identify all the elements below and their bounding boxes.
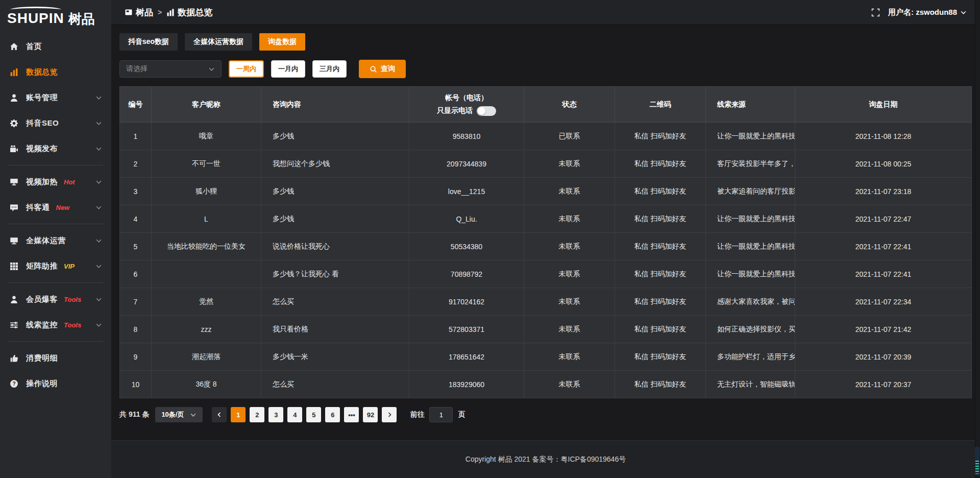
cell-nickname: 觉然 (152, 288, 261, 316)
cell-source-link[interactable]: 让你一眼就爱上的黑科技，能... (706, 123, 795, 150)
query-button[interactable]: 查询 (359, 60, 406, 78)
page-button-1[interactable]: 1 (231, 407, 246, 422)
tab-0[interactable]: 抖音seo数据 (119, 33, 178, 51)
sidebar-item-6[interactable]: 抖客通New (0, 195, 111, 220)
col-header-content: 咨询内容 (261, 87, 409, 123)
cell-qrcode-link[interactable]: 私信 扫码加好友 (615, 123, 706, 150)
cell-qrcode-link[interactable]: 私信 扫码加好友 (615, 260, 706, 288)
arrow-left-icon (216, 412, 223, 418)
cell-qrcode-link[interactable]: 私信 扫码加好友 (615, 316, 706, 343)
sidebar-item-8[interactable]: 矩阵助推VIP (0, 253, 111, 279)
page: SHUPIN 树品 首页数据总览账号管理抖音SEO视频发布视频加热Hot抖客通N… (0, 0, 980, 478)
page-size-select[interactable]: 10条/页 (155, 407, 203, 422)
cell-date: 2021-11-07 23:18 (795, 178, 972, 205)
fullscreen-icon[interactable] (871, 8, 880, 17)
page-button-4[interactable]: 4 (287, 407, 302, 422)
cell-qrcode-link[interactable]: 私信 扫码加好友 (615, 343, 706, 371)
chat-icon (9, 203, 19, 212)
cell-account: 9583810 (409, 123, 524, 150)
page-button-2[interactable]: 2 (250, 407, 264, 422)
cell-date: 2021-11-07 22:47 (795, 205, 972, 233)
sidebar-item-1[interactable]: 数据总览 (0, 59, 111, 85)
cell-source-link[interactable]: 感谢大家喜欢我家，被问了好... (706, 288, 795, 316)
cell-account: 183929060 (409, 371, 524, 398)
status-badge: Tools (64, 296, 81, 303)
breadcrumb-item-current[interactable]: 数据总览 (166, 7, 212, 18)
sidebar-item-11[interactable]: 消费明细 (0, 345, 111, 371)
page-button-3[interactable]: 3 (268, 407, 283, 422)
period-button-2[interactable]: 三月内 (312, 60, 347, 78)
table-row: 5当地比较能吃的一位美女说说价格让我死心50534380未联系私信 扫码加好友让… (120, 233, 972, 260)
cell-source-link[interactable]: 无主灯设计，智能磁吸轨道灯... (706, 371, 795, 398)
cell-content: 多少钱一米 (261, 343, 409, 371)
cell-source-link[interactable]: 让你一眼就爱上的黑科技，能... (706, 233, 795, 260)
goto-page: 前往 页 (410, 407, 465, 422)
username-dropdown[interactable]: 用户名: zswodun88 (888, 8, 967, 17)
sidebar-nav: 首页数据总览账号管理抖音SEO视频发布视频加热Hot抖客通New全媒体运营矩阵助… (0, 30, 111, 478)
tab-1[interactable]: 全媒体运营数据 (185, 33, 252, 51)
cell-date: 2021-11-08 12:28 (795, 123, 972, 150)
page-button-92[interactable]: 92 (363, 407, 378, 422)
breadcrumb-item-home[interactable]: 树品 (125, 7, 153, 18)
page-button-6[interactable]: 6 (325, 407, 340, 422)
sidebar-item-2[interactable]: 账号管理 (0, 85, 111, 110)
tab-2[interactable]: 询盘数据 (259, 33, 305, 51)
user-icon (9, 93, 19, 103)
pagination: 共 911 条 10条/页 123456•••92 前往 页 (119, 407, 972, 422)
sliders-icon (9, 320, 19, 330)
col-header-id: 编号 (120, 87, 152, 123)
cell-qrcode-link[interactable]: 私信 扫码加好友 (615, 288, 706, 316)
cell-source-link[interactable]: 多功能护栏灯，适用于乡村文... (706, 343, 795, 371)
cell-account: 2097344839 (409, 150, 524, 178)
chevron-down-icon (95, 296, 102, 303)
cell-source-link[interactable]: 被大家追着问的客厅投影分享... (706, 178, 795, 205)
cell-qrcode-link[interactable]: 私信 扫码加好友 (615, 205, 706, 233)
page-button-•••[interactable]: ••• (344, 407, 359, 422)
page-number-list: 123456•••92 (231, 407, 378, 422)
cell-source-link[interactable]: 让你一眼就爱上的黑科技，能... (706, 205, 795, 233)
table-row: 8zzz我只看价格572803371未联系私信 扫码加好友如何正确选择投影仪，买… (120, 316, 972, 343)
table-row: 6多少钱？让我死心 看70898792未联系私信 扫码加好友让你一眼就爱上的黑科… (120, 260, 972, 288)
sidebar-item-5[interactable]: 视频加热Hot (0, 169, 111, 195)
cell-source-link[interactable]: 让你一眼就爱上的黑科技，能... (706, 260, 795, 288)
sidebar-item-3[interactable]: 抖音SEO (0, 110, 111, 136)
cell-content: 多少钱 (261, 178, 409, 205)
logo-text-cn: 树品 (68, 12, 95, 26)
cell-nickname: 不可一世 (152, 150, 261, 178)
cell-source-link[interactable]: 如何正确选择投影仪，买投影... (706, 316, 795, 343)
prev-page-button[interactable] (212, 407, 227, 422)
scrollbar-thumb-widget[interactable] (975, 447, 979, 475)
cell-qrcode-link[interactable]: 私信 扫码加好友 (615, 233, 706, 260)
page-button-5[interactable]: 5 (306, 407, 321, 422)
period-button-1[interactable]: 一月内 (271, 60, 305, 78)
screen-icon (9, 177, 19, 187)
cell-qrcode-link[interactable]: 私信 扫码加好友 (615, 371, 706, 398)
cell-qrcode-link[interactable]: 私信 扫码加好友 (615, 178, 706, 205)
chevron-down-icon (190, 412, 197, 418)
next-page-button[interactable] (382, 407, 397, 422)
phone-toggle-label: 只显示电话 (437, 106, 473, 115)
cell-id: 6 (120, 260, 152, 288)
col-header-qrcode: 二维码 (615, 87, 706, 123)
cell-source-link[interactable]: 客厅安装投影半年多了，真实... (706, 150, 795, 178)
logo-text-en: SHUPIN (7, 11, 64, 26)
svg-text:?: ? (12, 381, 15, 387)
sidebar-item-9[interactable]: 会员爆客Tools (0, 286, 111, 312)
sidebar-item-10[interactable]: 线索监控Tools (0, 312, 111, 338)
cell-qrcode-link[interactable]: 私信 扫码加好友 (615, 150, 706, 178)
status-badge: Hot (64, 178, 75, 186)
cell-content: 说说价格让我死心 (261, 233, 409, 260)
filter-row: 请选择 一周内一月内三月内 查询 (119, 60, 972, 78)
sidebar-item-12[interactable]: ?操作说明 (0, 371, 111, 396)
table-row: 2不可一世我想问这个多少钱2097344839未联系私信 扫码加好友客厅安装投影… (120, 150, 972, 178)
filter-select[interactable]: 请选择 (119, 60, 222, 78)
period-button-0[interactable]: 一周内 (229, 60, 264, 78)
sidebar-item-4[interactable]: 视频发布 (0, 136, 111, 161)
goto-page-input[interactable] (429, 407, 453, 422)
sidebar-item-7[interactable]: 全媒体运营 (0, 228, 111, 253)
col-header-status: 状态 (524, 87, 615, 123)
scrollbar-track[interactable] (975, 0, 980, 478)
sidebar-item-0[interactable]: 首页 (0, 34, 111, 59)
phone-only-toggle[interactable] (477, 106, 496, 116)
cell-date: 2021-11-07 20:37 (795, 371, 972, 398)
